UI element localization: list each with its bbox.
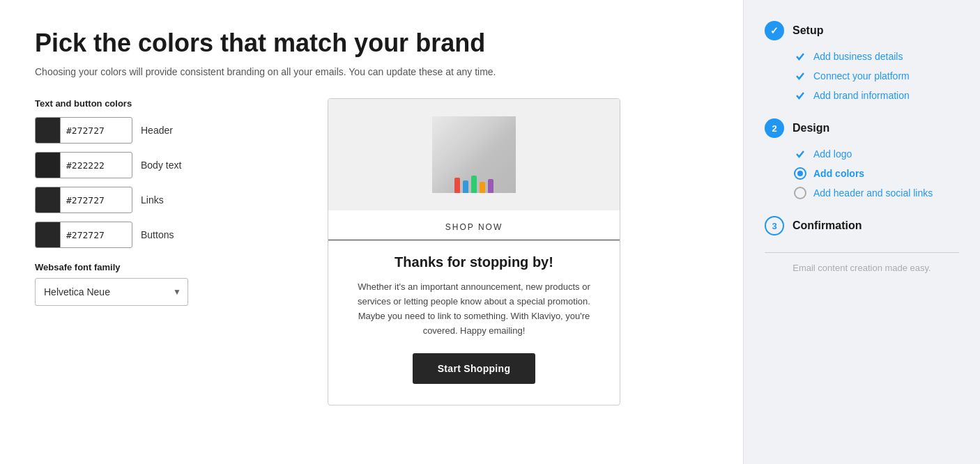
- item-label-business[interactable]: Add business details: [813, 51, 903, 62]
- item-label-logo[interactable]: Add logo: [813, 148, 852, 160]
- controls-panel: Text and button colors #272727 Header #2…: [35, 98, 300, 306]
- content-row: Text and button colors #272727 Header #2…: [35, 98, 708, 405]
- buttons-color-input[interactable]: #272727: [35, 222, 132, 248]
- sidebar: ✓ Setup Add business details Connect you…: [743, 0, 980, 464]
- check-icon-brand: [794, 89, 806, 102]
- header-color-label: Header: [141, 125, 173, 136]
- radio-icon-header-links: [794, 187, 806, 199]
- font-select[interactable]: Helvetica Neue Arial Georgia Times New R…: [35, 278, 188, 306]
- header-color-hex: #272727: [61, 125, 110, 136]
- links-color-label: Links: [141, 194, 164, 206]
- step-design-title: Design: [793, 122, 829, 134]
- check-icon-platform: [794, 70, 806, 82]
- links-color-swatch: [36, 187, 61, 212]
- header-color-swatch: [36, 118, 61, 143]
- toy-figures: [432, 172, 516, 193]
- header-color-row: #272727 Header: [35, 117, 300, 144]
- preview-heading: Thanks for stopping by!: [349, 254, 599, 270]
- links-color-row: #272727 Links: [35, 187, 300, 213]
- toy-figure-5: [488, 179, 493, 193]
- step-design-circle: 2: [765, 118, 784, 138]
- step-item-platform: Connect your platform: [794, 70, 959, 82]
- toy-figure-2: [463, 180, 468, 193]
- step-setup-title: Setup: [793, 24, 823, 37]
- links-color-hex: #272727: [61, 195, 110, 206]
- start-shopping-button[interactable]: Start Shopping: [413, 353, 536, 384]
- links-color-input[interactable]: #272727: [35, 187, 132, 213]
- email-preview: SHOP NOW Thanks for stopping by! Whether…: [328, 98, 620, 405]
- preview-body-text: Whether it's an important announcement, …: [349, 280, 599, 338]
- checkmark-icon: ✓: [770, 25, 779, 36]
- body-color-input[interactable]: #222222: [35, 152, 132, 178]
- preview-body: Thanks for stopping by! Whether it's an …: [328, 240, 620, 405]
- body-color-row: #222222 Body text: [35, 152, 300, 178]
- step-item-brand: Add brand information: [794, 89, 959, 102]
- step-confirmation-title: Confirmation: [793, 219, 862, 232]
- body-color-label: Body text: [141, 160, 181, 171]
- font-select-wrapper: Helvetica Neue Arial Georgia Times New R…: [35, 278, 188, 306]
- buttons-color-hex: #272727: [61, 230, 110, 240]
- preview-cta-wrapper: Start Shopping: [349, 353, 599, 384]
- toy-figure-1: [454, 178, 460, 193]
- step-confirmation-header: 3 Confirmation: [765, 216, 959, 235]
- buttons-color-label: Buttons: [141, 229, 174, 240]
- body-color-hex: #222222: [61, 160, 110, 171]
- step-item-colors: Add colors: [794, 167, 959, 180]
- item-label-platform[interactable]: Connect your platform: [813, 70, 910, 82]
- step-item-logo: Add logo: [794, 148, 959, 160]
- radio-icon-colors: [794, 167, 806, 180]
- step-confirmation-number: 3: [772, 221, 776, 231]
- sidebar-divider: [765, 252, 959, 253]
- color-section-label: Text and button colors: [35, 98, 300, 109]
- step-item-business: Add business details: [794, 50, 959, 63]
- preview-banner-image: [432, 116, 516, 193]
- shop-now-text: SHOP NOW: [445, 222, 503, 232]
- step-setup: ✓ Setup Add business details Connect you…: [765, 21, 959, 102]
- check-icon-logo: [794, 148, 806, 160]
- preview-shop-now-section: SHOP NOW: [328, 210, 620, 240]
- preview-banner: [328, 99, 620, 210]
- header-color-input[interactable]: #272727: [35, 117, 132, 144]
- step-confirmation-circle: 3: [765, 216, 784, 235]
- toy-figure-4: [480, 182, 485, 193]
- font-family-label: Websafe font family: [35, 262, 300, 272]
- step-setup-header: ✓ Setup: [765, 21, 959, 40]
- toy-figure-3: [471, 176, 477, 193]
- step-design-number: 2: [772, 123, 776, 134]
- main-content: Pick the colors that match your brand Ch…: [0, 0, 743, 464]
- check-icon-business: [794, 50, 806, 63]
- item-label-brand[interactable]: Add brand information: [813, 90, 910, 101]
- step-setup-items: Add business details Connect your platfo…: [765, 50, 959, 102]
- buttons-color-row: #272727 Buttons: [35, 222, 300, 248]
- font-family-section: Websafe font family Helvetica Neue Arial…: [35, 262, 300, 306]
- item-label-colors[interactable]: Add colors: [813, 168, 864, 179]
- step-design-header: 2 Design: [765, 118, 959, 138]
- step-item-header-links: Add header and social links: [794, 187, 959, 199]
- step-design: 2 Design Add logo Add colors Add header …: [765, 118, 959, 199]
- body-color-swatch: [36, 153, 61, 178]
- item-label-header-links[interactable]: Add header and social links: [813, 187, 933, 199]
- step-setup-circle: ✓: [765, 21, 784, 40]
- sidebar-footer-text: Email content creation made easy.: [765, 263, 959, 273]
- page-subtitle: Choosing your colors will provide consis…: [35, 66, 708, 77]
- page-title: Pick the colors that match your brand: [35, 28, 708, 58]
- step-design-items: Add logo Add colors Add header and socia…: [765, 148, 959, 199]
- step-confirmation: 3 Confirmation: [765, 216, 959, 235]
- buttons-color-swatch: [36, 222, 61, 247]
